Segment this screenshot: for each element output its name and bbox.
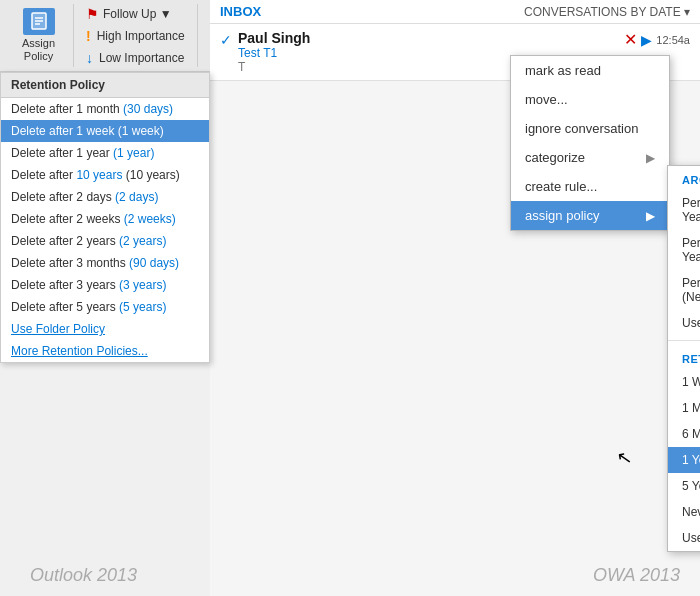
low-importance-label: Low Importance: [99, 51, 184, 65]
categorize-arrow-icon: ▶: [646, 151, 655, 165]
sub-item[interactable]: Never Delete (Never): [668, 499, 700, 525]
low-importance-button[interactable]: ↓ Low Importance: [82, 48, 189, 68]
context-menu-create-rule[interactable]: create rule...: [511, 172, 669, 201]
list-item[interactable]: Delete after 1 month (30 days): [1, 98, 209, 120]
conversations-label[interactable]: CONVERSATIONS BY DATE ▾: [524, 5, 690, 19]
submenu-divider: [668, 340, 700, 341]
ignore-label: ignore conversation: [525, 121, 638, 136]
follow-up-button[interactable]: ⚑ Follow Up ▼: [82, 4, 189, 24]
inbox-label: INBOX: [220, 4, 261, 19]
high-importance-icon: !: [86, 28, 91, 44]
context-menu: mark as read move... ignore conversation…: [510, 55, 670, 231]
high-importance-label: High Importance: [97, 29, 185, 43]
sub-item[interactable]: Personal 5 year move to archive (5 Years…: [668, 230, 700, 270]
inbox-bar: INBOX CONVERSATIONS BY DATE ▾: [210, 0, 700, 24]
sub-item-selected[interactable]: 1 Year Delete (1 Year): [668, 447, 700, 473]
email-time: 12:54a: [656, 34, 690, 46]
list-item[interactable]: Delete after 3 years (3 years): [1, 274, 209, 296]
list-item[interactable]: Delete after 2 days (2 days): [1, 186, 209, 208]
owa-label: OWA 2013: [593, 565, 680, 586]
assign-policy-button[interactable]: Assign Policy: [4, 4, 74, 67]
assign-policy-arrow-icon: ▶: [646, 209, 655, 223]
email-sender: Paul Singh: [238, 30, 618, 46]
sub-item[interactable]: 1 Month Delete (1 month): [668, 395, 700, 421]
list-item[interactable]: Delete after 2 weeks (2 weeks): [1, 208, 209, 230]
sub-item[interactable]: 5 Year Delete (5 Years): [668, 473, 700, 499]
flag-icon: ⚑: [86, 6, 99, 22]
checkmark-icon: ✓: [220, 32, 232, 48]
assign-policy-icon: [23, 8, 55, 35]
sub-item[interactable]: Use Parent Folder Policy: [668, 310, 700, 336]
cursor-icon: ↖: [615, 446, 634, 470]
email-actions: ✕ ▶ 12:54a: [624, 30, 690, 49]
context-menu-mark-as-read[interactable]: mark as read: [511, 56, 669, 85]
context-menu-assign-policy[interactable]: assign policy ▶: [511, 201, 669, 230]
retention-dropdown: Retention Policy Delete after 1 month (3…: [0, 72, 210, 363]
context-menu-ignore[interactable]: ignore conversation: [511, 114, 669, 143]
retention-dropdown-header: Retention Policy: [1, 73, 209, 98]
assign-policy-menu-label: assign policy: [525, 208, 599, 223]
more-retention-policies-item[interactable]: More Retention Policies...: [1, 340, 209, 362]
retention-policy-header: RETENTION POLICY: [668, 345, 700, 369]
forward-email-button[interactable]: ▶: [641, 32, 652, 48]
sub-item[interactable]: 6 Month Delete (6 months): [668, 421, 700, 447]
context-menu-categorize[interactable]: categorize ▶: [511, 143, 669, 172]
move-label: move...: [525, 92, 568, 107]
high-importance-button[interactable]: ! High Importance: [82, 26, 189, 46]
categorize-label: categorize: [525, 150, 585, 165]
archive-policy-header: ARCHIVE POLICY: [668, 166, 700, 190]
low-importance-icon: ↓: [86, 50, 93, 66]
sub-item[interactable]: Use Parent Folder Policy: [668, 525, 700, 551]
assign-policy-label: Assign Policy: [22, 37, 55, 63]
outlook-label: Outlook 2013: [30, 565, 137, 586]
create-rule-label: create rule...: [525, 179, 597, 194]
main-area: INBOX CONVERSATIONS BY DATE ▾ ✓ Paul Sin…: [210, 0, 700, 596]
policy-svg-icon: [29, 11, 49, 31]
close-email-button[interactable]: ✕: [624, 30, 637, 49]
follow-up-label: Follow Up ▼: [103, 7, 172, 21]
list-item[interactable]: Delete after 2 years (2 years): [1, 230, 209, 252]
list-item[interactable]: Delete after 3 months (90 days): [1, 252, 209, 274]
sub-item[interactable]: Personal 1 year move to archive (1 Year): [668, 190, 700, 230]
context-menu-move[interactable]: move...: [511, 85, 669, 114]
use-folder-policy-item[interactable]: Use Folder Policy: [1, 318, 209, 340]
list-item[interactable]: Delete after 10 years (10 years): [1, 164, 209, 186]
list-item[interactable]: Delete after 1 year (1 year): [1, 142, 209, 164]
list-item[interactable]: Delete after 5 years (5 years): [1, 296, 209, 318]
list-item[interactable]: Delete after 1 week (1 week): [1, 120, 209, 142]
ribbon-flag-items: ⚑ Follow Up ▼ ! High Importance ↓ Low Im…: [74, 4, 198, 67]
sub-item[interactable]: Personal never move to archive (Never): [668, 270, 700, 310]
sub-item[interactable]: 1 Week Delete (7 Days): [668, 369, 700, 395]
assign-policy-submenu: ARCHIVE POLICY Personal 1 year move to a…: [667, 165, 700, 552]
mark-as-read-label: mark as read: [525, 63, 601, 78]
